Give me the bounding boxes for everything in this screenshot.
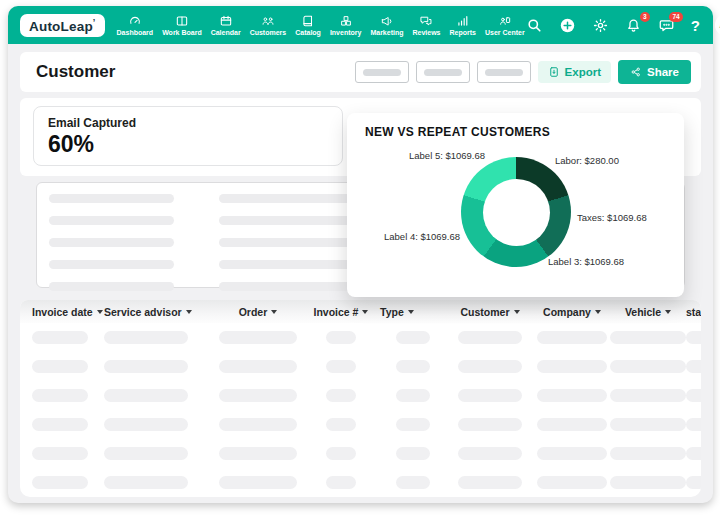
table-cell [534,331,610,344]
table-cell [446,331,534,344]
filter-select-skeleton-3[interactable] [477,61,531,83]
table-cell [302,418,380,431]
brand-name: AutoLeap [29,18,93,33]
column-header-status: status [686,306,701,318]
column-header-invoice-date[interactable]: Invoice date [32,306,104,318]
skeleton-pill [104,447,188,460]
skeleton-pill [32,331,88,344]
email-captured-value: 60% [48,131,328,158]
share-nodes-icon [630,66,642,78]
column-header-company[interactable]: Company [534,306,610,318]
nav-item-customers[interactable]: Customers [249,12,288,38]
skeleton-pill [458,360,522,373]
table-cell [380,418,446,431]
skeleton-bar [49,260,174,269]
column-header-type[interactable]: Type [380,306,446,318]
skeleton-pill [537,476,607,489]
table-cell [534,418,610,431]
nav-item-dashboard[interactable]: Dashboard [116,12,155,38]
nav-label: Reviews [412,29,440,36]
brand-mark: ’ [93,17,96,27]
table-cell [686,331,701,344]
skeleton-pill [326,447,356,460]
table-cell [32,360,104,373]
column-label: Service advisor [104,306,182,318]
help-icon[interactable]: ? [691,17,700,34]
table-cell [446,360,534,373]
table-cell [32,447,104,460]
skeleton-pill [104,360,188,373]
autoleap-logo[interactable]: AutoLeap’ [20,14,105,37]
nav-label: Marketing [370,29,403,36]
skeleton-pill [686,389,701,402]
column-header-order[interactable]: Order [214,306,302,318]
table-cell [534,360,610,373]
nav-label: User Center [485,29,525,36]
skeleton-pill [104,389,188,402]
column-header-service-advisor[interactable]: Service advisor [104,306,214,318]
app-window: AutoLeap’ Dashboard Work Board Calendar … [8,6,713,503]
settings-gear-icon[interactable] [592,16,610,34]
messages-chat-icon[interactable]: 74 [658,16,676,34]
skeleton-pill [219,447,297,460]
chart-title: NEW VS REPEAT CUSTOMERS [365,125,550,139]
skeleton-pill [610,418,686,431]
table-cell [380,360,446,373]
skeleton-pill [686,331,701,344]
skeleton-pill [326,476,356,489]
email-captured-label: Email Captured [48,116,328,130]
column-label: Vehicle [625,306,661,318]
nav-item-marketing[interactable]: Marketing [369,12,404,38]
table-cell [214,476,302,489]
table-cell [446,389,534,402]
skeleton-pill [610,476,686,489]
avatar[interactable]: AM [715,14,720,36]
table-cell [104,331,214,344]
add-icon[interactable] [559,16,577,34]
nav-item-user-center[interactable]: User Center [484,12,526,38]
new-vs-repeat-customers-popup: NEW VS REPEAT CUSTOMERS Labor: $280.00 T… [347,113,684,297]
skeleton-pill [458,389,522,402]
nav-item-work-board[interactable]: Work Board [161,12,203,38]
skeleton-pill [458,418,522,431]
nav-item-reports[interactable]: Reports [449,12,477,38]
search-icon[interactable] [526,16,544,34]
export-label: Export [565,66,601,78]
share-button[interactable]: Share [618,60,691,84]
sort-arrow-icon [514,310,520,314]
skeleton-pill [686,476,701,489]
filter-select-skeleton-1[interactable] [355,61,409,83]
table-cell [686,360,701,373]
skeleton-bar [49,194,174,203]
skeleton-pill [219,331,297,344]
nav-item-catalog[interactable]: Catalog [294,12,322,38]
sort-arrow-icon [97,310,103,314]
notifications-bell-icon[interactable]: 3 [625,16,643,34]
filter-select-skeleton-2[interactable] [416,61,470,83]
nav-item-calendar[interactable]: Calendar [210,12,242,38]
table-cell [302,360,380,373]
column-label: Order [239,306,268,318]
page-title: Customer [36,62,115,82]
column-header-customer[interactable]: Customer [446,306,534,318]
table-cell [214,331,302,344]
column-header-vehicle[interactable]: Vehicle [610,306,686,318]
donut-chart[interactable] [461,157,571,267]
table-cell [302,389,380,402]
skeleton-pill [219,389,297,402]
skeleton-pill [537,360,607,373]
nav-item-inventory[interactable]: Inventory [329,12,363,38]
export-button[interactable]: Export [538,61,611,83]
column-label: Invoice date [32,306,93,318]
table-cell [380,331,446,344]
skeleton-pill [396,418,430,431]
nav-label: Work Board [162,29,202,36]
catalog-icon [301,14,315,28]
nav-item-reviews[interactable]: Reviews [411,12,441,38]
skeleton-pill [537,331,607,344]
table-cell [534,447,610,460]
inventory-icon [339,14,353,28]
table-cell [214,447,302,460]
column-header-invoice-number[interactable]: Invoice # [302,306,380,318]
table-cell [380,447,446,460]
